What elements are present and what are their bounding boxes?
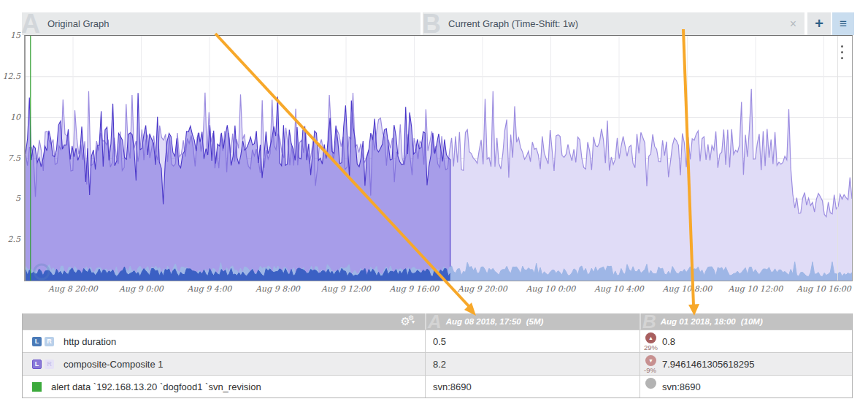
x-tick-label: Aug 9 4:00 [176,284,243,294]
axis-left-toggle[interactable]: L [32,360,42,369]
header-b-timestamp: Aug 01 2018, 18:00 [661,317,736,326]
tab-a-label: Original Graph [47,18,110,29]
value-b-cell: ▼ -9% 7.9461461305618295 [640,353,852,375]
header-column-b: B Aug 01 2018, 18:00 (10M) [640,313,852,330]
legend-table: ⚙⚙▾ A Aug 08 2018, 17:50 (5M) B Aug 01 2… [22,313,853,398]
y-tick-label: 7.5 [0,153,20,163]
kebab-menu-icon[interactable] [841,45,843,59]
x-tick-label: Aug 10 0:00 [518,284,585,294]
x-tick-label: Aug 9 16:00 [381,284,448,294]
gear-icon[interactable]: ⚙⚙▾ [400,315,419,330]
chart-area[interactable] [24,35,853,281]
timeshift-compare-view: A Original Graph B Current Graph (Time-S… [0,0,868,407]
add-graph-button[interactable]: + [807,12,831,35]
tab-current-graph[interactable]: B Current Graph (Time-Shift: 1w) × [423,12,804,35]
value-a-cell: 0.5 [425,330,640,352]
axis-right-toggle[interactable]: R [45,337,54,346]
header-a-window: (5M) [526,317,544,326]
x-tick-label: Aug 9 0:00 [108,284,175,294]
x-tick-label: Aug 10 12:00 [722,284,789,294]
tab-b-watermark: B [423,14,441,34]
value-a-cell: svn:8690 [425,376,640,398]
value-b: svn:8690 [662,381,701,392]
tab-bar: A Original Graph B Current Graph (Time-S… [22,12,854,35]
y-tick-label: 2.5 [0,235,20,244]
header-b-window: (10M) [741,317,763,326]
value-b-cell: svn:8690 [640,376,852,398]
value-b: 7.9461461305618295 [662,359,755,370]
value-b: 0.8 [662,336,675,347]
x-tick-label: Aug 10 4:00 [585,284,653,294]
series-color-swatch [32,382,42,392]
close-icon[interactable]: × [790,18,796,30]
x-tick-label: Aug 10 8:00 [654,284,721,294]
hamburger-icon: ≡ [840,17,847,31]
plus-icon: + [815,15,823,32]
series-label[interactable]: composite-Composite 1 [64,359,164,370]
series-cell: L R http duration [23,330,425,352]
value-a: 8.2 [433,359,446,370]
header-column-a: A Aug 08 2018, 17:50 (5M) [425,313,640,330]
table-row: alert data `192.168.13.20 `dogfood1 `svn… [23,375,852,398]
delta-percent: 29% [644,343,658,351]
x-tick-label: Aug 10 16:00 [791,284,858,294]
header-series-column: ⚙⚙▾ [23,313,425,330]
header-b-watermark: B [642,314,656,329]
tab-original-graph[interactable]: A Original Graph [22,12,420,35]
y-tick-label: 10 [0,113,20,122]
value-b-cell: ▲ 29% 0.8 [640,330,852,352]
axis-left-toggle[interactable]: L [32,337,42,346]
trend-flat-icon [645,378,656,389]
series-label[interactable]: http duration [64,336,116,347]
series-label[interactable]: alert data `192.168.13.20 `dogfood1 `svn… [51,381,261,392]
graph-list-menu-button[interactable]: ≡ [832,12,854,35]
tab-b-label: Current Graph (Time-Shift: 1w) [448,18,578,29]
chart-canvas[interactable] [26,36,852,281]
series-cell: L R composite-Composite 1 [23,353,425,375]
header-a-watermark: A [428,314,442,329]
value-a: 0.5 [433,336,446,347]
series-cell: alert data `192.168.13.20 `dogfood1 `svn… [23,376,425,398]
value-a: svn:8690 [433,381,472,392]
value-a-cell: 8.2 [425,353,640,375]
x-tick-label: Aug 9 12:00 [312,284,380,294]
axis-right-toggle[interactable]: R [45,360,54,369]
y-tick-label: 12.5 [0,72,20,81]
y-tick-label: 5 [0,194,20,203]
chart-side-separator [837,36,838,281]
x-tick-label: Aug 9 20:00 [449,284,516,294]
x-tick-label: Aug 9 8:00 [245,284,312,294]
y-tick-label: 15 [0,31,20,40]
tab-a-watermark: A [22,14,40,34]
trend-down-icon: ▼ [645,355,656,366]
header-a-timestamp: Aug 08 2018, 17:50 [446,317,521,326]
table-row: L R composite-Composite 1 8.2 ▼ -9% 7.94… [23,352,852,375]
delta-percent: -9% [644,366,656,374]
x-tick-label: Aug 8 20:00 [39,284,107,294]
trend-up-icon: ▲ [645,332,656,343]
legend-table-header: ⚙⚙▾ A Aug 08 2018, 17:50 (5M) B Aug 01 2… [23,313,852,330]
table-row: L R http duration 0.5 ▲ 29% 0.8 [23,330,852,352]
